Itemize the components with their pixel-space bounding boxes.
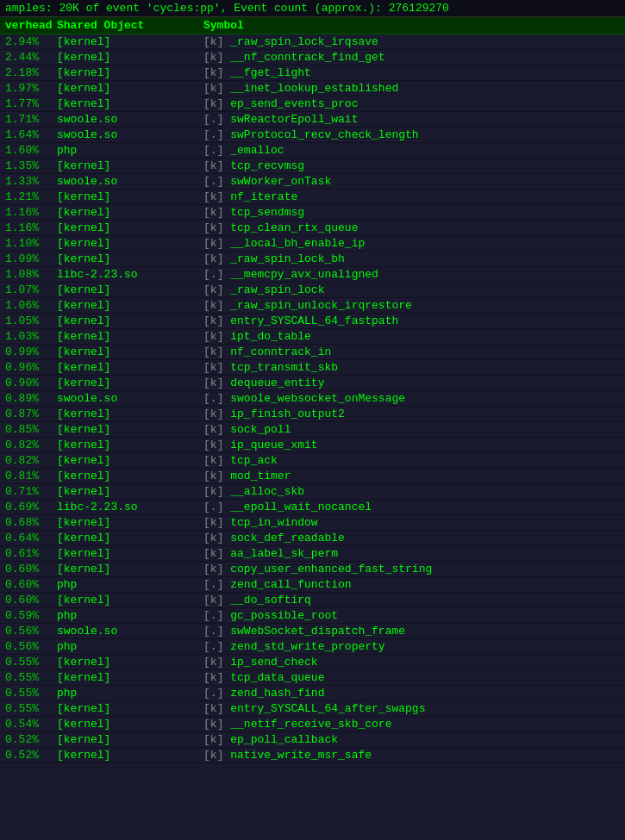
table-row[interactable]: 1.33%swoole.so[.] swWorker_onTask <box>0 174 625 190</box>
table-row[interactable]: 1.16%[kernel][k] tcp_sendmsg <box>0 205 625 221</box>
symbol-value: [k] sock_poll <box>203 423 620 436</box>
table-row[interactable]: 0.81%[kernel][k] mod_timer <box>0 469 625 484</box>
overhead-value: 0.89% <box>5 392 57 405</box>
overhead-value: 0.82% <box>5 454 57 467</box>
shared-object-value: [kernel] <box>57 671 203 684</box>
type-marker: . <box>210 501 217 513</box>
bracket-open: [ <box>203 687 210 700</box>
table-row[interactable]: 0.60%[kernel][k] copy_user_enhanced_fast… <box>0 562 625 577</box>
symbol-name: __do_softirq <box>230 594 311 607</box>
table-row[interactable]: 1.97%[kernel][k] __inet_lookup_establish… <box>0 81 625 96</box>
type-marker: k <box>210 361 217 374</box>
table-row[interactable]: 0.56%php[.] zend_std_write_property <box>0 639 625 655</box>
table-row[interactable]: 0.61%[kernel][k] aa_label_sk_perm <box>0 546 625 562</box>
table-row[interactable]: 1.08%libc-2.23.so[.] __memcpy_avx_unalig… <box>0 267 625 283</box>
bracket-close: ] <box>217 749 231 762</box>
table-row[interactable]: 0.54%[kernel][k] __netif_receive_skb_cor… <box>0 717 625 732</box>
table-row[interactable]: 1.10%[kernel][k] __local_bh_enable_ip <box>0 236 625 252</box>
overhead-value: 0.71% <box>5 485 57 498</box>
overhead-value: 0.60% <box>5 578 57 591</box>
table-row[interactable]: 1.35%[kernel][k] tcp_recvmsg <box>0 159 625 174</box>
overhead-value: 0.55% <box>5 656 57 669</box>
table-row[interactable]: 1.05%[kernel][k] entry_SYSCALL_64_fastpa… <box>0 314 625 329</box>
table-row[interactable]: 0.82%[kernel][k] ip_queue_xmit <box>0 438 625 453</box>
shared-object-value: [kernel] <box>57 454 203 467</box>
table-row[interactable]: 0.82%[kernel][k] tcp_ack <box>0 453 625 469</box>
table-row[interactable]: 0.59%php[.] gc_possible_root <box>0 608 625 624</box>
type-marker: k <box>210 221 217 234</box>
table-row[interactable]: 0.55%[kernel][k] tcp_data_queue <box>0 670 625 686</box>
type-marker: . <box>210 625 217 638</box>
symbol-name: ipt_do_table <box>230 330 311 343</box>
bracket-close: ] <box>217 532 231 544</box>
table-row[interactable]: 1.09%[kernel][k] _raw_spin_lock_bh <box>0 252 625 267</box>
table-row[interactable]: 0.60%[kernel][k] __do_softirq <box>0 593 625 608</box>
table-row[interactable]: 0.89%swoole.so[.] swoole_websocket_onMes… <box>0 391 625 407</box>
table-row[interactable]: 0.52%[kernel][k] ep_poll_callback <box>0 732 625 748</box>
header-bar: amples: 20K of event 'cycles:pp', Event … <box>0 0 625 17</box>
bracket-open: [ <box>203 439 210 451</box>
table-row[interactable]: 1.60%php[.] _emalloc <box>0 143 625 159</box>
bracket-close: ] <box>217 175 231 188</box>
table-row[interactable]: 2.94%[kernel][k] _raw_spin_lock_irqsave <box>0 34 625 50</box>
bracket-open: [ <box>203 423 210 436</box>
type-marker: k <box>210 718 217 731</box>
bracket-open: [ <box>203 733 210 746</box>
bracket-close: ] <box>217 283 231 296</box>
bracket-close: ] <box>217 594 231 607</box>
bracket-close: ] <box>217 144 231 157</box>
table-row[interactable]: 0.64%[kernel][k] sock_def_readable <box>0 531 625 546</box>
table-row[interactable]: 0.55%php[.] zend_hash_find <box>0 686 625 701</box>
symbol-value: [k] _raw_spin_lock_bh <box>203 252 620 265</box>
symbol-name: entry_SYSCALL_64_fastpath <box>230 314 398 327</box>
shared-object-value: libc-2.23.so <box>57 268 203 281</box>
table-row[interactable]: 0.68%[kernel][k] tcp_in_window <box>0 515 625 531</box>
bracket-open: [ <box>203 485 210 498</box>
table-row[interactable]: 0.56%swoole.so[.] swWebSocket_dispatch_f… <box>0 624 625 639</box>
table-row[interactable]: 0.60%php[.] zend_call_function <box>0 577 625 593</box>
overhead-value: 0.60% <box>5 594 57 607</box>
symbol-value: [.] swWorker_onTask <box>203 175 620 188</box>
table-row[interactable]: 1.16%[kernel][k] tcp_clean_rtx_queue <box>0 221 625 236</box>
shared-object-value: libc-2.23.so <box>57 501 203 513</box>
shared-object-value: [kernel] <box>57 439 203 451</box>
table-row[interactable]: 0.55%[kernel][k] entry_SYSCALL_64_after_… <box>0 701 625 717</box>
column-headers: verhead Shared Object Symbol <box>0 17 625 34</box>
table-row[interactable]: 1.71%swoole.so[.] swReactorEpoll_wait <box>0 112 625 128</box>
table-row[interactable]: 0.99%[kernel][k] nf_conntrack_in <box>0 345 625 360</box>
table-row[interactable]: 0.71%[kernel][k] __alloc_skb <box>0 484 625 500</box>
table-row[interactable]: 1.03%[kernel][k] ipt_do_table <box>0 329 625 345</box>
bracket-open: [ <box>203 35 210 48</box>
table-row[interactable]: 2.18%[kernel][k] __fget_light <box>0 65 625 81</box>
symbol-value: [.] zend_call_function <box>203 578 620 591</box>
table-row[interactable]: 1.21%[kernel][k] nf_iterate <box>0 190 625 205</box>
symbol-name: tcp_recvmsg <box>230 159 304 172</box>
table-row[interactable]: 0.90%[kernel][k] dequeue_entity <box>0 376 625 391</box>
table-row[interactable]: 1.06%[kernel][k] _raw_spin_unlock_irqres… <box>0 298 625 314</box>
table-row[interactable]: 0.85%[kernel][k] sock_poll <box>0 422 625 438</box>
symbol-value: [.] __epoll_wait_nocancel <box>203 501 620 513</box>
overhead-value: 2.18% <box>5 66 57 79</box>
table-row[interactable]: 1.77%[kernel][k] ep_send_events_proc <box>0 96 625 112</box>
bracket-open: [ <box>203 252 210 265</box>
table-row[interactable]: 0.69%libc-2.23.so[.] __epoll_wait_nocanc… <box>0 500 625 515</box>
symbol-name: _raw_spin_unlock_irqrestore <box>230 299 412 312</box>
table-row[interactable]: 0.55%[kernel][k] ip_send_check <box>0 655 625 670</box>
overhead-value: 0.64% <box>5 532 57 544</box>
table-row[interactable]: 2.44%[kernel][k] __nf_conntrack_find_get <box>0 50 625 65</box>
table-row[interactable]: 0.52%[kernel][k] native_write_msr_safe <box>0 748 625 763</box>
shared-object-value: [kernel] <box>57 330 203 343</box>
type-marker: k <box>210 159 217 172</box>
bracket-open: [ <box>203 221 210 234</box>
header-text: amples: 20K of event 'cycles:pp', Event … <box>5 2 449 15</box>
bracket-close: ] <box>217 702 231 715</box>
overhead-value: 0.55% <box>5 671 57 684</box>
table-row[interactable]: 1.64%swoole.so[.] swProtocol_recv_check_… <box>0 128 625 143</box>
shared-object-value: [kernel] <box>57 702 203 715</box>
overhead-value: 0.87% <box>5 408 57 420</box>
table-row[interactable]: 0.87%[kernel][k] ip_finish_output2 <box>0 407 625 422</box>
table-row[interactable]: 1.07%[kernel][k] _raw_spin_lock <box>0 283 625 298</box>
table-row[interactable]: 0.96%[kernel][k] tcp_transmit_skb <box>0 360 625 376</box>
symbol-name: __memcpy_avx_unaligned <box>230 268 378 281</box>
data-table: 2.94%[kernel][k] _raw_spin_lock_irqsave2… <box>0 34 625 763</box>
